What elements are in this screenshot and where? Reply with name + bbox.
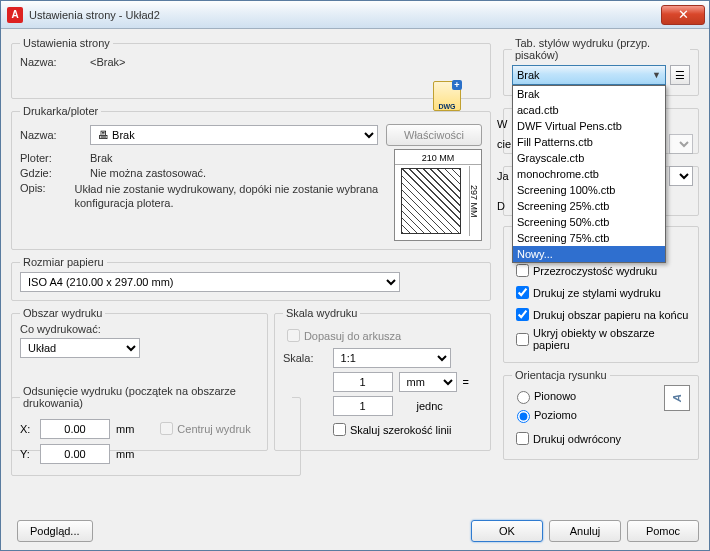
plot-style-option[interactable]: Screening 75%.ctb xyxy=(513,230,665,246)
plot-style-option[interactable]: Fill Patterns.ctb xyxy=(513,134,665,150)
scale-select[interactable]: 1:1 xyxy=(333,348,451,368)
scale-unit-label: jednc xyxy=(399,400,457,412)
orientation-icon: A xyxy=(664,385,690,411)
paper-size-select[interactable]: ISO A4 (210.00 x 297.00 mm) xyxy=(20,272,400,292)
portrait-label: Pionowo xyxy=(534,390,576,402)
scale-lineweights-label: Skaluj szerokość linii xyxy=(350,424,451,436)
plot-style-option[interactable]: acad.ctb xyxy=(513,102,665,118)
edit-style-button[interactable]: ☰ xyxy=(670,65,690,85)
scale-unit-select[interactable]: mm xyxy=(399,372,457,392)
scale-label: Skala: xyxy=(283,352,327,364)
chevron-down-icon: ▼ xyxy=(652,70,661,80)
gear-icon: ☰ xyxy=(675,69,685,82)
hidden-j-label: Ja xyxy=(497,170,509,182)
offset-y-input[interactable] xyxy=(40,444,110,464)
portrait-radio[interactable] xyxy=(517,391,530,404)
plotter-label: Ploter: xyxy=(20,152,90,164)
desc-label: Opis: xyxy=(20,182,74,194)
preview-page-icon xyxy=(401,168,461,234)
printer-name-select[interactable]: 🖶 Brak xyxy=(90,125,378,145)
plot-style-option[interactable]: Grayscale.ctb xyxy=(513,150,665,166)
preview-width-label: 210 MM xyxy=(395,153,481,165)
landscape-radio[interactable] xyxy=(517,410,530,423)
center-plot-label: Centruj wydruk xyxy=(177,423,250,435)
hidden-cie-label: cie xyxy=(497,138,511,150)
plot-style-option[interactable]: DWF Virtual Pens.ctb xyxy=(513,118,665,134)
properties-button[interactable]: Właściwości xyxy=(386,124,482,146)
plot-style-option[interactable]: Screening 50%.ctb xyxy=(513,214,665,230)
window-title: Ustawienia strony - Układ2 xyxy=(29,9,661,21)
close-button[interactable]: ✕ xyxy=(661,5,705,25)
what-to-plot-select[interactable]: Układ xyxy=(20,338,140,358)
center-plot-checkbox[interactable] xyxy=(160,422,173,435)
plot-style-select[interactable]: Brak ▼ xyxy=(512,65,666,85)
plot-scale-group: Skala wydruku Dopasuj do arkusza Skala: … xyxy=(274,307,491,451)
scale-lineweights-checkbox[interactable] xyxy=(333,423,346,436)
where-label: Gdzie: xyxy=(20,167,90,179)
plot-paper-last-checkbox[interactable] xyxy=(516,308,529,321)
preview-height-label: 297 MM xyxy=(469,166,479,236)
plot-upside-down-checkbox[interactable] xyxy=(516,432,529,445)
landscape-label: Poziomo xyxy=(534,409,577,421)
offset-y-label: Y: xyxy=(20,448,40,460)
hidden-select-2[interactable] xyxy=(669,166,693,186)
scale-num2-input[interactable] xyxy=(333,396,393,416)
plot-style-option[interactable]: Brak xyxy=(513,86,665,102)
plot-with-styles-label: Drukuj ze stylami wydruku xyxy=(533,287,661,299)
app-icon: A xyxy=(7,7,23,23)
equals-label: = xyxy=(463,376,482,388)
name-label: Nazwa: xyxy=(20,56,90,68)
what-to-plot-label: Co wydrukować: xyxy=(20,323,259,335)
plot-transparency-label: Przezroczystość wydruku xyxy=(533,265,657,277)
hide-paper-objects-label: Ukryj obiekty w obszarze papieru xyxy=(533,327,690,351)
plotter-value: Brak xyxy=(90,152,113,164)
plot-paper-last-label: Drukuj obszar papieru na końcu xyxy=(533,309,688,321)
offset-x-input[interactable] xyxy=(40,419,110,439)
page-setup-legend: Ustawienia strony xyxy=(20,37,113,49)
hidden-w-label: W xyxy=(497,118,507,130)
where-value: Nie można zastosować. xyxy=(90,167,206,179)
fit-to-paper-label: Dopasuj do arkusza xyxy=(304,330,401,342)
hidden-d-label: D xyxy=(497,200,505,212)
hide-paper-objects-checkbox[interactable] xyxy=(516,333,529,346)
plot-style-option[interactable]: monochrome.ctb xyxy=(513,166,665,182)
titlebar: A Ustawienia strony - Układ2 ✕ xyxy=(1,1,709,29)
ok-button[interactable]: OK xyxy=(471,520,543,542)
name-value: <Brak> xyxy=(90,56,125,68)
plot-style-option[interactable]: Nowy... xyxy=(513,246,665,262)
plot-area-legend: Obszar wydruku xyxy=(20,307,105,319)
printer-name-label: Nazwa: xyxy=(20,129,90,141)
orientation-group: Orientacja rysunku Pionowo Poziomo A Dru… xyxy=(503,369,699,460)
plot-transparency-checkbox[interactable] xyxy=(516,264,529,277)
paper-size-legend: Rozmiar papieru xyxy=(20,256,107,268)
fit-to-paper-checkbox[interactable] xyxy=(287,329,300,342)
preview-button[interactable]: Podgląd... xyxy=(17,520,93,542)
offset-x-label: X: xyxy=(20,423,40,435)
paper-preview: 210 MM 297 MM xyxy=(394,149,482,241)
orientation-legend: Orientacja rysunku xyxy=(512,369,610,381)
printer-legend: Drukarka/ploter xyxy=(20,105,101,117)
plot-style-dropdown[interactable]: Brakacad.ctbDWF Virtual Pens.ctbFill Pat… xyxy=(512,85,666,263)
dwg-icon: DWG xyxy=(433,81,461,111)
scale-num1-input[interactable] xyxy=(333,372,393,392)
page-setup-group: Ustawienia strony Nazwa: <Brak> xyxy=(11,37,491,99)
plot-styles-group: Tab. stylów wydruku (przyp. pisaków) Bra… xyxy=(503,37,699,96)
plot-style-option[interactable]: Screening 25%.ctb xyxy=(513,198,665,214)
plot-style-option[interactable]: Screening 100%.ctb xyxy=(513,182,665,198)
plot-styles-legend: Tab. stylów wydruku (przyp. pisaków) xyxy=(512,37,690,61)
cancel-button[interactable]: Anuluj xyxy=(549,520,621,542)
offset-y-unit: mm xyxy=(116,448,134,460)
plot-with-styles-checkbox[interactable] xyxy=(516,286,529,299)
paper-size-group: Rozmiar papieru ISO A4 (210.00 x 297.00 … xyxy=(11,256,491,301)
printer-group: Drukarka/ploter Nazwa: 🖶 Brak Właściwośc… xyxy=(11,105,491,250)
offset-x-unit: mm xyxy=(116,423,134,435)
plot-upside-down-label: Drukuj odwrócony xyxy=(533,433,621,445)
plot-scale-legend: Skala wydruku xyxy=(283,307,361,319)
hidden-select-1[interactable] xyxy=(669,134,693,154)
plot-style-selected: Brak xyxy=(517,69,540,81)
help-button[interactable]: Pomoc xyxy=(627,520,699,542)
desc-value: Układ nie zostanie wydrukowany, dopóki n… xyxy=(74,182,390,211)
